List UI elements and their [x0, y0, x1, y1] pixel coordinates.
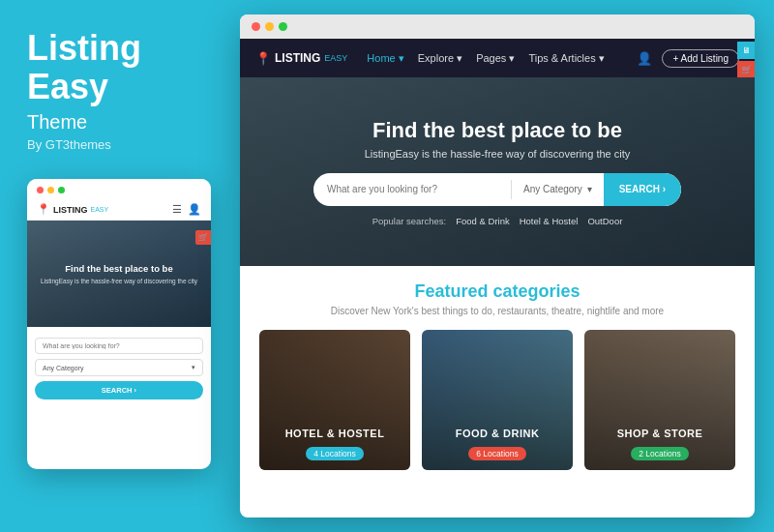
left-panel: Listing Easy Theme By GT3themes 📍 LISTIN… [0, 0, 240, 532]
card-shop-title: SHOP & STORE [594, 428, 726, 439]
card-food-drink[interactable]: FOOD & DRINK 6 Locations [422, 330, 573, 470]
popular-label: Popular searches: [372, 216, 447, 226]
card-hotel-hostel[interactable]: HOTEL & HOSTEL 4 Locations [259, 330, 410, 470]
hero-search-bar: Any Category ▾ SEARCH › [313, 173, 681, 206]
hero-search-input[interactable] [313, 184, 511, 194]
mobile-logo-easy: EASY [91, 206, 109, 213]
brand-subtitle: Theme [27, 111, 213, 133]
browser-dot-yellow [265, 22, 274, 31]
nav-link-pages[interactable]: Pages ▾ [476, 52, 515, 65]
hero-search-button[interactable]: SEARCH › [604, 173, 681, 206]
site-logo-pin-icon: 📍 [255, 51, 271, 66]
chevron-down-icon: ▾ [587, 184, 592, 194]
mobile-hero-title: Find the best place to be [65, 263, 172, 275]
hamburger-icon[interactable]: ☰ [172, 203, 182, 216]
card-food-badge: 6 Locations [468, 447, 525, 460]
card-food-title: FOOD & DRINK [432, 428, 563, 439]
hero-subtitle: ListingEasy is the hassle-free way of di… [365, 148, 631, 160]
card-hotel-title: HOTEL & HOSTEL [269, 428, 401, 439]
browser-dot-green [279, 22, 287, 31]
mobile-mockup: 📍 LISTING EASY ☰ 👤 Find the best place t… [27, 179, 211, 469]
featured-section: Featured categories Discover New York's … [240, 266, 755, 482]
mobile-search-area: Any Category ▾ SEARCH › [27, 327, 211, 407]
mobile-search-input[interactable] [35, 338, 203, 354]
site-navbar: 📍 LISTING EASY Home ▾ Explore ▾ Pages ▾ … [240, 39, 755, 77]
browser-mockup: 📍 LISTING EASY Home ▾ Explore ▾ Pages ▾ … [240, 15, 755, 517]
hero-category-dropdown[interactable]: Any Category ▾ [512, 184, 604, 194]
card-hotel-badge: 4 Locations [306, 447, 363, 460]
side-cart-icon[interactable]: 🛒 [737, 61, 755, 78]
mobile-logo: 📍 LISTING EASY [37, 203, 108, 216]
site-nav-links: Home ▾ Explore ▾ Pages ▾ Tips & Articles… [367, 52, 637, 65]
hero-popular-searches: Popular searches: Food & Drink Hotel & H… [372, 216, 623, 226]
brand-by: By GT3themes [27, 137, 213, 152]
site-logo-easy: EASY [324, 53, 347, 63]
site-logo: 📍 LISTING EASY [255, 51, 347, 66]
nav-link-tips[interactable]: Tips & Articles ▾ [528, 52, 604, 65]
mobile-logo-pin-icon: 📍 [37, 203, 50, 216]
hero-title: Find the best place to be [372, 118, 622, 143]
card-shop-badge: 2 Locations [631, 447, 688, 460]
mobile-hero-subtitle: ListingEasy is the hassle-free way of di… [41, 278, 197, 284]
site-logo-text: LISTING [275, 51, 320, 65]
featured-cards: HOTEL & HOSTEL 4 Locations FOOD & DRINK … [259, 330, 735, 470]
add-listing-button[interactable]: + Add Listing [662, 49, 739, 68]
nav-link-explore[interactable]: Explore ▾ [418, 52, 462, 65]
website-content: 📍 LISTING EASY Home ▾ Explore ▾ Pages ▾ … [240, 39, 755, 517]
mobile-search-button[interactable]: SEARCH › [35, 381, 203, 399]
card-shop-store[interactable]: SHOP & STORE 2 Locations [584, 330, 735, 470]
mobile-hero: Find the best place to be ListingEasy is… [27, 221, 211, 327]
card-hotel-overlay: HOTEL & HOSTEL 4 Locations [259, 418, 410, 470]
card-food-overlay: FOOD & DRINK 6 Locations [422, 418, 573, 470]
mobile-category-dropdown[interactable]: Any Category ▾ [35, 359, 203, 376]
nav-user-icon[interactable]: 👤 [637, 51, 652, 66]
featured-title: Featured categories [259, 281, 735, 302]
mobile-nav-icons: ☰ 👤 [172, 203, 201, 216]
site-hero: Find the best place to be ListingEasy is… [240, 77, 755, 266]
popular-tag-outdoor[interactable]: OutDoor [587, 216, 622, 226]
popular-tag-food[interactable]: Food & Drink [456, 216, 509, 226]
mobile-dot-red [37, 187, 44, 193]
chevron-down-icon: ▾ [192, 364, 195, 371]
brand-title: Listing Easy [27, 29, 213, 105]
mobile-dot-green [58, 187, 65, 193]
browser-titlebar [240, 15, 755, 39]
site-nav-actions: 👤 + Add Listing [637, 49, 739, 68]
mobile-window-dots [27, 179, 211, 199]
mobile-dot-yellow [47, 187, 54, 193]
user-icon[interactable]: 👤 [188, 203, 201, 216]
card-shop-overlay: SHOP & STORE 2 Locations [584, 418, 735, 470]
mobile-logo-text: LISTING [53, 205, 88, 215]
browser-dot-red [252, 22, 260, 31]
side-monitor-icon[interactable]: 🖥 [737, 42, 755, 59]
popular-tag-hotel[interactable]: Hotel & Hostel [520, 216, 579, 226]
nav-link-home[interactable]: Home ▾ [367, 52, 403, 65]
mobile-navbar: 📍 LISTING EASY ☰ 👤 [27, 199, 211, 221]
featured-subtitle: Discover New York's best things to do, r… [259, 306, 735, 316]
mobile-cart-icon[interactable]: 🛒 [195, 230, 211, 245]
